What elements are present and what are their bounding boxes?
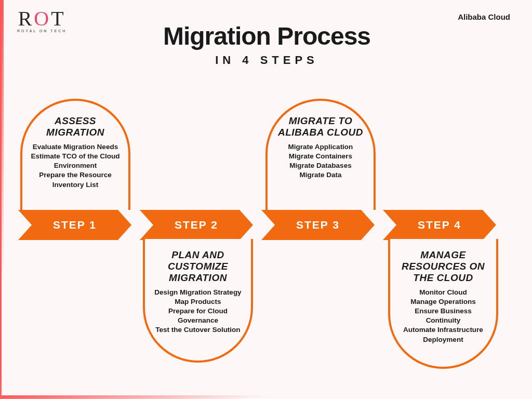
logo-letter-t: T [51,7,65,30]
step-2-label: STEP 2 [175,219,218,231]
step-3-body: Migrate ApplicationMigrate ContainersMig… [274,142,367,180]
step-3-label: STEP 3 [296,219,340,231]
step-2-heading: PLAN AND CUSTOMIZE MIGRATION [151,249,245,284]
step-3-capsule: MIGRATE TO ALIBABA CLOUD Migrate Applica… [265,99,376,210]
step-4-arrow: STEP 4 [383,210,496,240]
step-4-body: Monitor CloudManage OperationsEnsure Bus… [396,288,490,344]
step-1-capsule: ASSESS MIGRATION Evaluate Migration Need… [20,99,130,210]
step-2-arrow: STEP 2 [140,210,253,240]
step-1-heading: ASSESS MIGRATION [29,115,122,138]
step-1-body: Evaluate Migration NeedsEstimate TCO of … [29,142,122,190]
step-2-body: Design Migration StrategyMap ProductsPre… [151,288,245,335]
logo-letter-o: O [34,7,51,30]
step-1-label: STEP 1 [53,219,97,231]
arrow-row: STEP 1 STEP 2 STEP 3 STEP 4 [18,210,496,240]
step-2-capsule: PLAN AND CUSTOMIZE MIGRATION Design Migr… [143,239,253,363]
step-4-capsule: MANAGE RESOURCES ON THE CLOUD Monitor Cl… [388,239,498,369]
process-diagram: ASSESS MIGRATION Evaluate Migration Need… [2,94,532,384]
step-3-arrow: STEP 3 [261,210,375,240]
logo-main: ROT [18,9,66,28]
brand-logo: ROT ROYAL ON TECH [17,9,66,33]
page-title-block: Migration Process IN 4 STEPS [2,22,532,67]
page-title: Migration Process [2,22,532,50]
step-1-arrow: STEP 1 [18,210,131,240]
step-4-heading: MANAGE RESOURCES ON THE CLOUD [396,249,490,284]
vendor-label: Alibaba Cloud [458,12,510,21]
step-3-heading: MIGRATE TO ALIBABA CLOUD [274,115,367,138]
step-4-label: STEP 4 [418,219,461,231]
logo-letter-r: R [18,7,34,30]
bottom-gradient-border [2,395,267,397]
page-subtitle: IN 4 STEPS [2,54,532,67]
